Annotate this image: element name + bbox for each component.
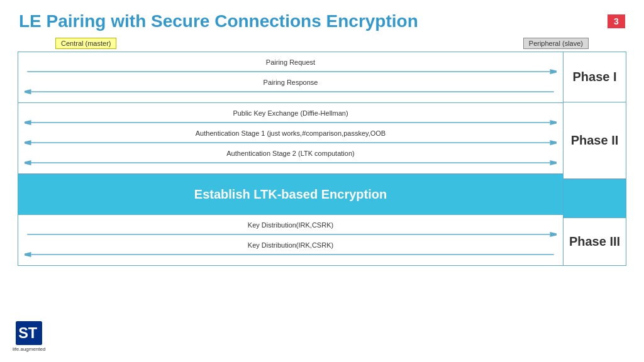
logo-tagline: life.augmented	[13, 346, 45, 352]
pairing-request-arrow: Pairing Request	[25, 58, 557, 76]
auth-stage2-label: Authentication Stage 2 (LTK computation)	[226, 150, 354, 157]
key-dist-1-arrow: Key Distribution(IRK,CSRK)	[25, 221, 557, 239]
pairing-response-arrow: Pairing Response	[25, 79, 557, 96]
slide-number: 3	[608, 14, 625, 28]
phase-iii-label: Phase III	[564, 218, 626, 265]
phase-i-ii-table: Pairing Request Pairing Response	[18, 52, 626, 266]
pairing-response-arrow-graphic	[25, 87, 557, 96]
key-dist-1-label: Key Distribution(IRK,CSRK)	[248, 221, 333, 229]
auth-stage2-arrow-graphic	[25, 158, 557, 167]
pairing-request-label: Pairing Request	[266, 58, 315, 66]
svg-marker-6	[550, 120, 557, 125]
central-label: Central (master)	[55, 38, 116, 49]
key-dist-1-arrow-graphic	[25, 230, 557, 239]
auth-stage1-label: Authentication Stage 1 (just works,#comp…	[196, 129, 386, 137]
phase-ii-label: Phase II	[564, 102, 626, 179]
svg-marker-8	[25, 140, 31, 145]
logo: ST life.augmented	[13, 321, 45, 352]
public-key-arrow-graphic	[25, 118, 557, 127]
key-dist-2-arrow: Key Distribution(IRK,CSRK)	[25, 241, 557, 259]
pairing-request-arrow-graphic	[25, 67, 557, 76]
svg-marker-3	[25, 89, 31, 94]
top-labels: Central (master) Peripheral (slave)	[18, 38, 626, 52]
phase-labels-column: Phase I Phase II Phase III	[563, 52, 626, 265]
phase-i-label: Phase I	[564, 52, 626, 102]
peripheral-label: Peripheral (slave)	[523, 38, 589, 49]
sequence-column: Pairing Request Pairing Response	[18, 52, 563, 265]
auth-stage1-arrow: Authentication Stage 1 (just works,#comp…	[25, 129, 557, 147]
public-key-arrow: Public Key Exchange (Diffie-Hellman)	[25, 109, 557, 127]
encryption-block: Establish LTK-based Encryption	[18, 174, 563, 215]
phase-iii-sequence: Key Distribution(IRK,CSRK) Key Distribut…	[18, 215, 563, 265]
svg-marker-16	[25, 252, 31, 257]
pairing-response-label: Pairing Response	[264, 79, 318, 86]
svg-marker-1	[550, 69, 557, 74]
encryption-phase-label-spacer	[564, 179, 626, 218]
key-dist-2-arrow-graphic	[25, 250, 557, 259]
svg-marker-11	[25, 160, 31, 165]
slide-title: LE Pairing with Secure Connections Encry…	[19, 11, 418, 31]
phase-i-sequence: Pairing Request Pairing Response	[18, 52, 563, 103]
title-area: LE Pairing with Secure Connections Encry…	[0, 0, 644, 38]
auth-stage1-arrow-graphic	[25, 138, 557, 147]
st-logo-icon: ST	[16, 321, 42, 345]
svg-marker-12	[550, 160, 557, 165]
svg-marker-5	[25, 120, 31, 125]
phase-ii-sequence: Public Key Exchange (Diffie-Hellman) Aut…	[18, 103, 563, 174]
key-dist-2-label: Key Distribution(IRK,CSRK)	[248, 241, 333, 249]
svg-marker-9	[550, 140, 557, 145]
auth-stage2-arrow: Authentication Stage 2 (LTK computation)	[25, 150, 557, 167]
svg-marker-14	[550, 232, 557, 237]
public-key-label: Public Key Exchange (Diffie-Hellman)	[233, 109, 348, 117]
svg-text:ST: ST	[18, 325, 38, 341]
main-diagram: Central (master) Peripheral (slave) Pair…	[18, 38, 626, 266]
slide: LE Pairing with Secure Connections Encry…	[0, 0, 644, 362]
